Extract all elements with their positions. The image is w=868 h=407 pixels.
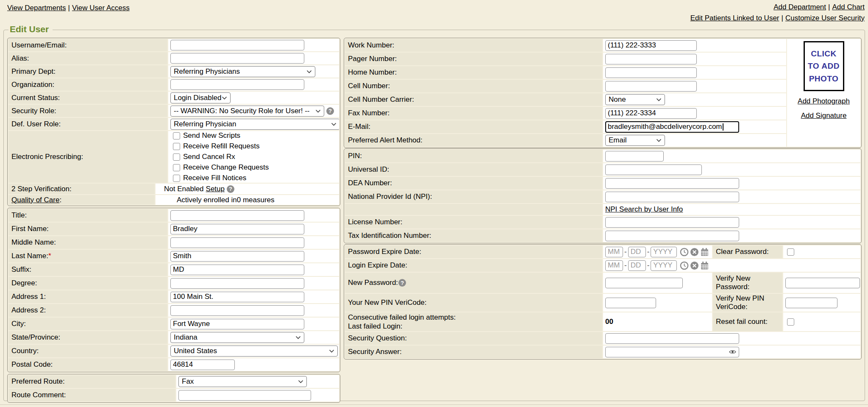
postal-code-input[interactable] [170, 360, 235, 370]
tax-id-input[interactable] [605, 231, 739, 241]
receive-change-requests-checkbox[interactable] [173, 164, 180, 171]
title-input[interactable] [170, 210, 304, 221]
dea-number-input[interactable] [605, 178, 739, 189]
customize-user-security-link[interactable]: Customize User Security [785, 14, 865, 22]
clear-date-icon[interactable] [690, 261, 699, 270]
primary-dept-select[interactable]: Referring Physicians [170, 66, 315, 77]
npi-label: National Provider Id (NPI): [345, 190, 602, 203]
npi-search-link[interactable]: NPI Search by User Info [605, 205, 683, 214]
preferred-route-select[interactable]: Fax [178, 376, 307, 387]
receive-fill-notices-checkbox[interactable] [173, 175, 180, 182]
add-department-link[interactable]: Add Department [773, 3, 826, 11]
text-cursor [723, 123, 723, 131]
bottom-divider [0, 404, 868, 405]
chevron-down-icon [315, 109, 321, 113]
two-step-setup-link[interactable]: Setup [206, 185, 225, 193]
cell-carrier-select[interactable]: None [605, 94, 665, 105]
def-user-role-select[interactable]: Referring Physician [170, 119, 339, 130]
quality-of-care-link[interactable]: Quality of Care [11, 196, 59, 204]
current-status-select[interactable]: Login Disabled [170, 92, 231, 103]
failed-logins-label-line1: Consecutive failed login attempts: [348, 313, 456, 322]
organization-label: Organization: [8, 78, 167, 91]
pin-label: PIN: [345, 150, 602, 162]
new-password-input[interactable] [605, 278, 683, 288]
page-title: Edit User [8, 24, 53, 34]
def-user-role-value: Referring Physician [174, 120, 236, 128]
send-cancel-rx-label: Send Cancel Rx [183, 153, 235, 161]
clear-date-icon[interactable] [690, 248, 699, 256]
password-expire-mm-input[interactable] [605, 247, 623, 257]
view-departments-link[interactable]: View Departments [7, 4, 66, 12]
reset-fail-count-checkbox[interactable] [787, 318, 794, 326]
clock-icon[interactable] [680, 261, 689, 270]
add-photograph-link[interactable]: Add Photograph [798, 97, 850, 106]
edit-patients-linked-link[interactable]: Edit Patients Linked to User [690, 14, 779, 22]
calendar-icon[interactable] [700, 261, 709, 270]
last-name-input[interactable] [170, 251, 304, 262]
route-comment-input[interactable] [178, 390, 311, 401]
clear-password-checkbox[interactable] [787, 248, 794, 256]
address2-label: Address 2: [8, 304, 167, 317]
preferred-route-value: Fax [182, 377, 194, 386]
first-name-input[interactable] [170, 224, 304, 234]
username-input[interactable] [170, 40, 304, 50]
send-cancel-rx-checkbox[interactable] [173, 153, 180, 161]
universal-id-label: Universal ID: [345, 163, 602, 176]
send-new-scripts-checkbox[interactable] [173, 132, 180, 139]
help-icon[interactable]: ? [227, 185, 234, 193]
login-expire-yyyy-input[interactable] [651, 260, 677, 271]
alias-input[interactable] [170, 53, 304, 64]
login-expire-dd-input[interactable] [628, 260, 646, 271]
password-expire-yyyy-input[interactable] [651, 247, 677, 257]
reset-fail-count-label: Reset fail count: [713, 312, 782, 331]
pager-number-input[interactable] [605, 54, 697, 64]
show-password-eye-icon[interactable] [729, 349, 736, 354]
middle-name-input[interactable] [170, 237, 304, 248]
receive-fill-notices-label: Receive Fill Notices [183, 174, 246, 182]
receive-refill-requests-checkbox[interactable] [173, 143, 180, 150]
license-number-input[interactable] [605, 217, 739, 228]
work-number-input[interactable] [605, 40, 697, 51]
suffix-input[interactable] [170, 265, 304, 275]
verify-pin-vericode-input[interactable] [785, 298, 837, 308]
help-icon[interactable]: ? [398, 279, 406, 287]
alert-method-select[interactable]: Email [605, 135, 665, 146]
security-role-select[interactable]: -- WARNING: No Security Role for User! -… [170, 106, 324, 117]
view-user-access-link[interactable]: View User Access [72, 4, 130, 12]
fax-number-input[interactable] [605, 108, 697, 119]
quality-of-care-row: Quality of Care: Actively enrolled in0 m… [8, 195, 339, 205]
cell-number-input[interactable] [605, 81, 697, 92]
verify-new-password-label: Verify New Password: [713, 273, 782, 293]
help-icon[interactable]: ? [326, 107, 334, 115]
route-comment-label: Route Comment: [8, 389, 175, 401]
address1-input[interactable] [170, 292, 304, 302]
verify-new-password-input[interactable] [785, 278, 860, 288]
clock-icon[interactable] [680, 248, 689, 256]
link-separator: | [782, 14, 783, 22]
state-select[interactable]: Indiana [170, 332, 304, 343]
email-input[interactable]: bradleysmith@abcdeliverycorp.com [605, 121, 739, 133]
address1-label: Address 1: [8, 290, 167, 303]
pin-vericode-input[interactable] [605, 298, 656, 308]
add-signature-link[interactable]: Add Signature [801, 112, 847, 120]
city-input[interactable] [170, 319, 304, 329]
country-select[interactable]: United States [170, 346, 338, 357]
add-chart-link[interactable]: Add Chart [832, 3, 865, 11]
home-number-input[interactable] [605, 67, 697, 78]
state-value: Indiana [174, 333, 198, 342]
pager-number-label: Pager Number: [345, 53, 602, 65]
calendar-icon[interactable] [700, 248, 709, 256]
universal-id-input[interactable] [605, 164, 702, 175]
security-answer-input[interactable] [605, 347, 739, 357]
login-expire-mm-input[interactable] [605, 260, 623, 271]
dea-number-label: DEA Number: [345, 177, 602, 190]
organization-input[interactable] [170, 79, 304, 90]
click-to-add-photo-box[interactable]: CLICK TO ADD PHOTO [804, 41, 844, 91]
address2-input[interactable] [170, 305, 304, 316]
degree-input[interactable] [170, 278, 304, 289]
identifiers-table: PIN: Universal ID: DEA Number: National … [344, 148, 862, 243]
npi-input[interactable] [605, 192, 739, 202]
password-expire-dd-input[interactable] [628, 247, 646, 257]
pin-input[interactable] [605, 151, 664, 162]
security-question-input[interactable] [605, 333, 739, 344]
